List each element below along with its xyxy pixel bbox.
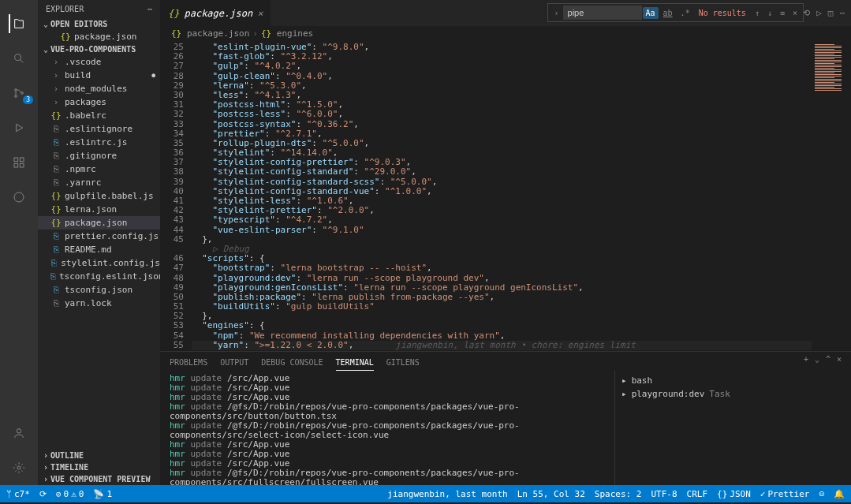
tree-item[interactable]: ›build●	[38, 69, 160, 82]
run-icon[interactable]: ▷	[816, 8, 822, 18]
status-eol[interactable]: CRLF	[687, 489, 708, 499]
section-vue-preview[interactable]: ›VUE COMPONENT PREVIEW	[38, 473, 160, 485]
settings-icon[interactable]	[9, 458, 28, 477]
tree-item[interactable]: ›.vscode	[38, 55, 160, 69]
svg-rect-7	[20, 163, 24, 167]
remote-icon[interactable]	[9, 188, 28, 207]
new-terminal-icon[interactable]: +	[804, 355, 808, 371]
code-editor[interactable]: "eslint-plugin-vue": "^9.8.0", "fast-glo…	[192, 41, 812, 351]
find-result: No results	[699, 9, 746, 17]
more-icon[interactable]: ⋯	[839, 8, 845, 18]
tree-item[interactable]: ⎘.yarnrc	[38, 176, 160, 189]
tree-item[interactable]: {}gulpfile.babel.js	[38, 189, 160, 203]
editor-group: {}package.json× ↺ ⟲ ▷ ◫ ⋯ {} package.jso…	[160, 0, 851, 485]
status-bell-icon[interactable]: 🔔	[834, 489, 845, 499]
status-sync[interactable]: ⟳	[39, 489, 47, 499]
panel-tab[interactable]: GITLENS	[386, 355, 420, 371]
tree-item[interactable]: ›packages	[38, 95, 160, 109]
compare-icon[interactable]: ⟲	[803, 8, 810, 18]
breadcrumb[interactable]: {} package.json›{} engines	[160, 26, 851, 41]
tree-item[interactable]: ⎘prettier.config.js	[38, 230, 160, 243]
panel-tab[interactable]: DEBUG CONSOLE	[261, 355, 323, 371]
status-encoding[interactable]: UTF-8	[651, 489, 677, 499]
tree-item[interactable]: ⎘.eslintrc.js	[38, 136, 160, 149]
activity-bar	[0, 0, 38, 485]
debug-icon[interactable]	[9, 118, 28, 137]
panel-tab[interactable]: PROBLEMS	[170, 355, 207, 371]
tree-item[interactable]: ›node_modules	[38, 82, 160, 95]
terminal[interactable]: hmr update /src/App.vuehmr update /src/A…	[160, 371, 614, 485]
tree-item[interactable]: ⎘tsconfig.json	[38, 283, 160, 297]
status-branch[interactable]: ᛘ c7*	[6, 489, 30, 499]
maximize-icon[interactable]: ^	[826, 355, 830, 371]
section-open-editors[interactable]: ⌄OPEN EDITORS	[38, 18, 160, 30]
tree-item[interactable]: {}lerna.json	[38, 203, 160, 216]
status-spaces[interactable]: Spaces: 2	[595, 489, 642, 499]
status-blame[interactable]: jiangwenbin, last month	[387, 489, 507, 499]
terminal-item[interactable]: ▸bash	[618, 374, 848, 387]
status-lang[interactable]: {} JSON	[717, 489, 751, 499]
terminal-list: ▸bash▸playground:dev Task	[614, 371, 851, 485]
tree-item[interactable]: ⎘.eslintignore	[38, 122, 160, 136]
open-editor-item[interactable]: {}package.json	[38, 30, 160, 43]
find-input[interactable]	[563, 6, 642, 20]
tab-package-json[interactable]: {}package.json×	[160, 0, 271, 26]
tree-item[interactable]: ⎘yarn.lock	[38, 297, 160, 310]
extensions-icon[interactable]	[9, 153, 28, 172]
svg-point-9	[17, 429, 21, 433]
match-case-button[interactable]: Aa	[643, 7, 659, 19]
svg-point-8	[14, 192, 24, 202]
svg-rect-4	[14, 158, 18, 162]
minimap[interactable]	[812, 41, 851, 351]
svg-point-0	[15, 54, 21, 61]
close-panel-icon[interactable]: ×	[837, 355, 842, 371]
section-timeline[interactable]: ›TIMELINE	[38, 461, 160, 473]
status-ports[interactable]: 📡 1	[93, 489, 112, 499]
svg-rect-6	[14, 163, 18, 167]
account-icon[interactable]	[9, 424, 28, 442]
section-project[interactable]: ⌄VUE-PRO-COMPONENTS	[38, 43, 160, 55]
panel-tab[interactable]: OUTPUT	[220, 355, 248, 371]
tree-item[interactable]: ⎘stylelint.config.js	[38, 256, 160, 270]
explorer-icon[interactable]	[9, 14, 28, 33]
tree-item[interactable]: ⎘.gitignore	[38, 149, 160, 162]
tree-item[interactable]: ⎘README.md	[38, 243, 160, 256]
status-bar: ᛘ c7* ⟳ ⊘ 0 ⚠ 0 📡 1 jiangwenbin, last mo…	[0, 485, 851, 502]
close-icon[interactable]: ×	[789, 7, 801, 19]
terminal-item[interactable]: ▸playground:dev Task	[618, 387, 848, 401]
find-toggle-icon[interactable]: ›	[551, 7, 562, 19]
dropdown-icon[interactable]: ⌄	[815, 355, 819, 371]
prev-match-icon[interactable]: ↑	[752, 7, 763, 19]
panel-tabs: PROBLEMSOUTPUTDEBUG CONSOLETERMINALGITLE…	[160, 352, 851, 371]
sidebar-title: EXPLORER⋯	[38, 0, 160, 18]
panel-tab[interactable]: TERMINAL	[336, 355, 374, 371]
next-match-icon[interactable]: ↓	[764, 7, 775, 19]
sidebar: EXPLORER⋯ ⌄OPEN EDITORS {}package.json ⌄…	[38, 0, 160, 485]
split-icon[interactable]: ◫	[828, 8, 834, 18]
find-widget: › Aa ab .* No results ↑ ↓ ≡ ×	[547, 3, 804, 22]
status-prettier[interactable]: ✓ Prettier	[760, 489, 810, 499]
svg-rect-5	[20, 158, 24, 162]
search-icon[interactable]	[9, 49, 28, 68]
svg-point-10	[17, 466, 21, 469]
match-word-button[interactable]: ab	[660, 7, 676, 19]
close-icon[interactable]: ×	[257, 8, 263, 19]
svg-point-1	[15, 89, 17, 91]
status-position[interactable]: Ln 55, Col 32	[517, 489, 585, 499]
tree-item[interactable]: ⎘tsconfig.eslint.json	[38, 270, 160, 283]
find-selection-icon[interactable]: ≡	[777, 7, 788, 19]
status-feedback-icon[interactable]: ☺	[819, 489, 824, 499]
regex-button[interactable]: .*	[677, 7, 693, 19]
tree-item[interactable]: ⎘.npmrc	[38, 162, 160, 176]
tree-item[interactable]: {}.babelrc	[38, 109, 160, 122]
section-outline[interactable]: ›OUTLINE	[38, 450, 160, 461]
gutter: 2526272829303132333435363738394041424344…	[160, 41, 192, 351]
more-icon[interactable]: ⋯	[147, 5, 152, 13]
tree-item[interactable]: {}package.json	[38, 216, 160, 230]
panel: PROBLEMSOUTPUTDEBUG CONSOLETERMINALGITLE…	[160, 351, 851, 485]
scm-icon[interactable]	[9, 84, 28, 103]
svg-point-2	[15, 95, 17, 98]
status-errors[interactable]: ⊘ 0 ⚠ 0	[56, 489, 84, 499]
